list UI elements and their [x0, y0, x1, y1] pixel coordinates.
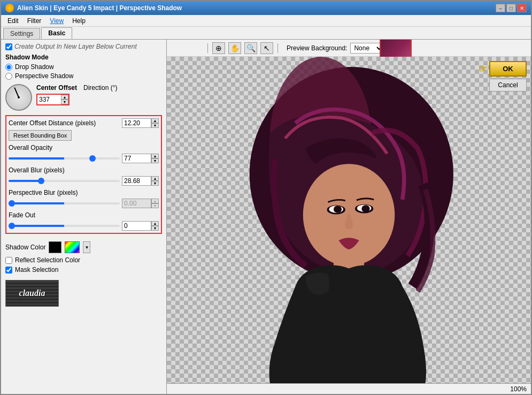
menu-help[interactable]: Help — [68, 16, 90, 26]
opacity-row: ▲ ▼ — [9, 154, 159, 163]
right-toolbar: ⊕ ✋ 🔍 ↖ Preview Background: None NoneWhi… — [167, 40, 531, 57]
tab-settings[interactable]: Settings — [3, 28, 40, 39]
mask-selection-label: Mask Selection — [15, 266, 58, 274]
blur-input-group: ▲ ▼ — [122, 176, 159, 186]
ok-button[interactable]: OK — [489, 61, 527, 77]
blur-section: Overall Blur (pixels) — [9, 166, 159, 174]
distance-input[interactable] — [122, 118, 151, 128]
fade-input[interactable] — [122, 221, 151, 231]
persp-blur-slider[interactable] — [9, 202, 120, 204]
persp-blur-section: Perspective Blur (pixels) — [9, 189, 159, 196]
zoom-in-button[interactable]: 🔍 — [244, 42, 257, 54]
fade-slider[interactable] — [9, 225, 120, 227]
fade-label: Fade Out — [9, 211, 35, 219]
blur-row: ▲ ▼ — [9, 176, 159, 186]
persp-blur-row: ▲ ▼ — [9, 199, 159, 208]
color-swatch[interactable] — [49, 241, 61, 253]
title-buttons: – □ ✕ — [496, 4, 527, 12]
cancel-button[interactable]: Cancel — [489, 79, 527, 92]
minimize-button[interactable]: – — [496, 4, 505, 12]
persp-blur-up-btn: ▲ — [151, 199, 159, 203]
dial-center — [18, 96, 20, 98]
svg-point-8 — [334, 206, 342, 212]
toolbar-separator-2 — [277, 43, 278, 53]
reflect-selection-label: Reflect Selection Color — [15, 256, 80, 264]
center-offset-row: Center Offset Direction (°) — [36, 84, 117, 92]
window-title: Alien Skin | Eye Candy 5 Impact | Perspe… — [17, 4, 182, 12]
distance-row: Center Offset Distance (pixels) ▲ ▼ — [9, 118, 159, 128]
menu-edit[interactable]: Edit — [3, 16, 23, 26]
create-output-row: Create Output In New Layer Below Current — [5, 43, 162, 50]
angle-dial[interactable] — [5, 84, 32, 111]
magnify-button[interactable]: ⊕ — [212, 42, 225, 54]
logo-area: claudia — [5, 280, 59, 307]
opacity-input-group: ▲ ▼ — [122, 154, 159, 163]
center-offset-label: Center Offset — [36, 84, 79, 92]
direction-section: Center Offset Direction (°) ▲ ▼ — [5, 84, 162, 111]
perspective-shadow-row: Perspective Shadow — [5, 72, 162, 80]
toolbar-separator-1 — [207, 43, 208, 53]
menu-filter[interactable]: Filter — [23, 16, 46, 26]
reset-bounding-box-button[interactable]: Reset Bounding Box — [9, 130, 72, 141]
cursor-button[interactable]: ↖ — [260, 42, 273, 54]
svg-point-9 — [361, 205, 369, 212]
main-content: Create Output In New Layer Below Current… — [1, 40, 531, 394]
logo-text: claudia — [19, 288, 45, 298]
persp-blur-input — [122, 199, 151, 208]
direction-spinner: ▲ ▼ — [36, 94, 70, 105]
drop-shadow-radio[interactable] — [5, 64, 12, 71]
blur-up-btn[interactable]: ▲ — [151, 176, 159, 181]
tab-basic[interactable]: Basic — [41, 27, 72, 39]
blur-input[interactable] — [122, 176, 151, 186]
direction-spinner-btns: ▲ ▼ — [61, 95, 68, 104]
title-bar-left: Alien Skin | Eye Candy 5 Impact | Perspe… — [5, 4, 182, 12]
distance-label: Center Offset Distance (pixels) — [9, 119, 122, 127]
preview-bg-label: Preview Background: — [287, 44, 347, 52]
fade-up-btn[interactable]: ▲ — [151, 221, 159, 226]
reflect-selection-checkbox[interactable] — [5, 257, 12, 264]
opacity-up-btn[interactable]: ▲ — [151, 154, 159, 158]
distance-down-btn[interactable]: ▼ — [151, 123, 159, 128]
distance-up-btn[interactable]: ▲ — [151, 118, 159, 123]
reflect-selection-row: Reflect Selection Color — [5, 256, 162, 264]
direction-down-btn[interactable]: ▼ — [61, 100, 68, 104]
perspective-shadow-radio[interactable] — [5, 73, 12, 80]
fade-input-group: ▲ ▼ — [122, 221, 159, 231]
color-dropdown-arrow[interactable]: ▼ — [83, 241, 90, 253]
create-output-label: Create Output In New Layer Below Current — [14, 43, 137, 50]
opacity-down-btn[interactable]: ▼ — [151, 158, 159, 163]
opacity-label: Overall Opacity — [9, 144, 52, 151]
create-output-checkbox[interactable] — [5, 43, 12, 50]
preview-bg-selector: None NoneWhiteBlack — [350, 43, 384, 54]
shadow-mode-group: Drop Shadow Perspective Shadow — [5, 63, 162, 80]
opacity-input[interactable] — [122, 154, 151, 163]
blur-spinner-btns: ▲ ▼ — [151, 176, 159, 186]
drop-shadow-label: Drop Shadow — [15, 63, 54, 71]
distance-spinner-btns: ▲ ▼ — [151, 118, 159, 128]
direction-label: Direction (°) — [83, 84, 117, 92]
direction-up-btn[interactable]: ▲ — [61, 95, 68, 100]
shadow-mode-label: Shadow Mode — [5, 54, 162, 61]
persp-blur-spinner-btns: ▲ ▼ — [151, 199, 159, 208]
color-gradient-button[interactable] — [65, 241, 80, 253]
hand-tool-button[interactable]: ✋ — [228, 42, 241, 54]
fade-down-btn[interactable]: ▼ — [151, 226, 159, 231]
direction-inputs: Center Offset Direction (°) ▲ ▼ — [36, 84, 117, 105]
menu-bar: Edit Filter View Help — [1, 15, 531, 27]
maximize-button[interactable]: □ — [506, 4, 516, 12]
opacity-slider[interactable] — [9, 157, 120, 159]
close-button[interactable]: ✕ — [517, 4, 527, 12]
right-panel: ⊕ ✋ 🔍 ↖ Preview Background: None NoneWhi… — [167, 40, 531, 394]
title-bar: Alien Skin | Eye Candy 5 Impact | Perspe… — [1, 1, 531, 15]
fade-section: Fade Out — [9, 211, 159, 219]
direction-input[interactable] — [37, 95, 61, 104]
menu-view[interactable]: View — [45, 16, 68, 26]
mask-selection-checkbox[interactable] — [5, 267, 12, 274]
preview-image — [167, 57, 531, 383]
blur-label: Overall Blur (pixels) — [9, 166, 65, 174]
tab-bar: Settings Basic — [1, 27, 531, 40]
blur-down-btn[interactable]: ▼ — [151, 181, 159, 186]
perspective-shadow-label: Perspective Shadow — [15, 72, 73, 80]
opacity-section: Overall Opacity — [9, 144, 159, 151]
blur-slider[interactable] — [9, 180, 120, 182]
